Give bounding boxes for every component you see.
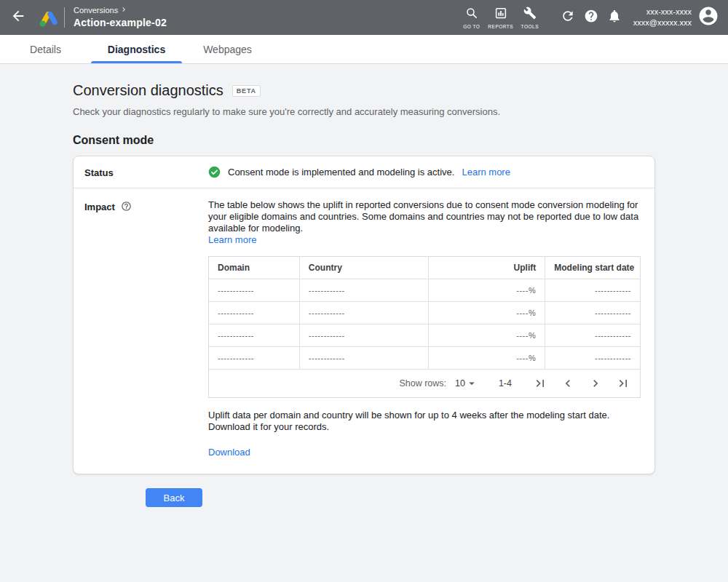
first-page-button[interactable] xyxy=(531,374,550,393)
refresh-button[interactable] xyxy=(556,9,579,26)
goto-label: GO TO xyxy=(463,24,480,29)
google-ads-logo xyxy=(36,9,61,27)
account-info: xxx-xxx-xxxx xxxx@xxxxx.xxx xyxy=(633,7,692,28)
impact-learn-more-link[interactable]: Learn more xyxy=(208,234,256,245)
next-page-button[interactable] xyxy=(586,374,605,393)
page-range: 1-4 xyxy=(499,378,512,388)
table-cell: ------------ xyxy=(545,279,640,302)
status-learn-more-link[interactable]: Learn more xyxy=(462,167,510,178)
beta-badge: BETA xyxy=(232,85,261,97)
table-row: ----------------------------%-----------… xyxy=(209,302,640,324)
consent-mode-card: Status Consent mode is implemented and m… xyxy=(73,156,655,474)
page-subtitle: Check your diagnostics regularly to make… xyxy=(73,106,728,117)
table-cell: ------------ xyxy=(545,302,640,324)
tab-diagnostics[interactable]: Diagnostics xyxy=(91,35,182,63)
tools-button[interactable]: TOOLS xyxy=(515,7,545,29)
account-email: xxxx@xxxxx.xxx xyxy=(633,17,692,28)
uplift-table: DomainCountryUpliftModeling start date -… xyxy=(208,256,641,398)
table-cell: ----% xyxy=(429,279,545,302)
uplift-table-body: ----------------------------%-----------… xyxy=(209,279,640,370)
notifications-button[interactable] xyxy=(603,9,626,26)
tab-bar: Details Diagnostics Webpages xyxy=(0,35,728,64)
page-title: Conversion diagnostics xyxy=(73,82,223,99)
table-cell: ------------ xyxy=(209,347,299,370)
breadcrumb-section[interactable]: Conversions xyxy=(74,6,118,16)
search-icon xyxy=(465,7,478,23)
last-page-button[interactable] xyxy=(614,374,633,393)
table-cell: ----% xyxy=(429,324,545,347)
tab-details[interactable]: Details xyxy=(0,35,91,63)
status-row: Status Consent mode is implemented and m… xyxy=(74,156,654,188)
section-heading-consent-mode: Consent mode xyxy=(73,134,728,147)
help-button[interactable] xyxy=(579,9,603,26)
table-cell: ------------ xyxy=(209,324,299,347)
table-cell: ------------ xyxy=(299,324,429,347)
arrow-back-icon xyxy=(10,8,26,27)
table-cell: ------------ xyxy=(299,347,429,370)
table-row: ----------------------------%-----------… xyxy=(209,279,640,302)
bell-icon xyxy=(607,9,622,26)
column-header: Uplift xyxy=(429,257,545,279)
table-header-row: DomainCountryUpliftModeling start date xyxy=(209,257,640,279)
chevron-right-icon xyxy=(119,5,128,17)
table-row: ----------------------------%-----------… xyxy=(209,324,640,347)
table-cell: ------------ xyxy=(209,302,299,324)
table-cell: ------------ xyxy=(209,279,299,302)
goto-search-button[interactable]: GO TO xyxy=(457,7,486,29)
topbar: Conversions Action-example-02 GO TO REPO… xyxy=(0,0,728,35)
table-cell: ----% xyxy=(429,302,545,324)
account-circle-icon xyxy=(697,5,719,30)
column-header: Domain xyxy=(209,257,299,279)
impact-label: Impact xyxy=(84,202,115,212)
column-header: Country xyxy=(299,257,429,279)
impact-description: The table below shows the uplift in repo… xyxy=(208,199,641,234)
page-size-dropdown[interactable]: 10 xyxy=(455,377,478,390)
download-link[interactable]: Download xyxy=(208,447,250,458)
table-cell: ------------ xyxy=(545,324,640,347)
table-row: ----------------------------%-----------… xyxy=(209,347,640,370)
show-rows-label: Show rows: xyxy=(399,378,446,388)
status-label: Status xyxy=(84,167,208,178)
reports-label: REPORTS xyxy=(488,24,513,29)
table-cell: ------------ xyxy=(299,302,429,324)
check-circle-icon xyxy=(208,166,221,178)
topbar-divider xyxy=(64,7,65,28)
previous-page-button[interactable] xyxy=(558,374,577,393)
avatar[interactable] xyxy=(697,7,719,28)
column-header: Modeling start date xyxy=(545,257,640,279)
reports-chart-icon xyxy=(494,7,507,23)
status-message: Consent mode is implemented and modeling… xyxy=(228,167,454,178)
table-pagination: Show rows: 10 1-4 xyxy=(209,370,640,397)
main-content: Conversion diagnostics BETA Check your d… xyxy=(0,64,728,507)
tab-webpages[interactable]: Webpages xyxy=(182,35,273,63)
tools-label: TOOLS xyxy=(521,24,539,29)
back-button[interactable]: Back xyxy=(146,488,202,507)
account-id: xxx-xxx-xxxx xyxy=(633,7,692,17)
back-arrow-button[interactable] xyxy=(0,8,36,27)
table-cell: ------------ xyxy=(299,279,429,302)
help-icon xyxy=(584,9,598,26)
table-cell: ----% xyxy=(429,347,545,370)
arrow-drop-down-icon xyxy=(465,377,478,390)
wrench-icon xyxy=(523,7,537,23)
impact-row: Impact The table below shows the uplift … xyxy=(74,188,654,474)
breadcrumb-page-title: Action-example-02 xyxy=(74,17,167,30)
uplift-footer-note: Uplift data per domain and country will … xyxy=(208,410,641,433)
refresh-icon xyxy=(561,9,575,26)
help-outline-icon[interactable] xyxy=(121,201,132,212)
reports-button[interactable]: REPORTS xyxy=(486,7,515,29)
table-cell: ------------ xyxy=(545,347,640,370)
breadcrumb: Conversions Action-example-02 xyxy=(74,5,167,29)
